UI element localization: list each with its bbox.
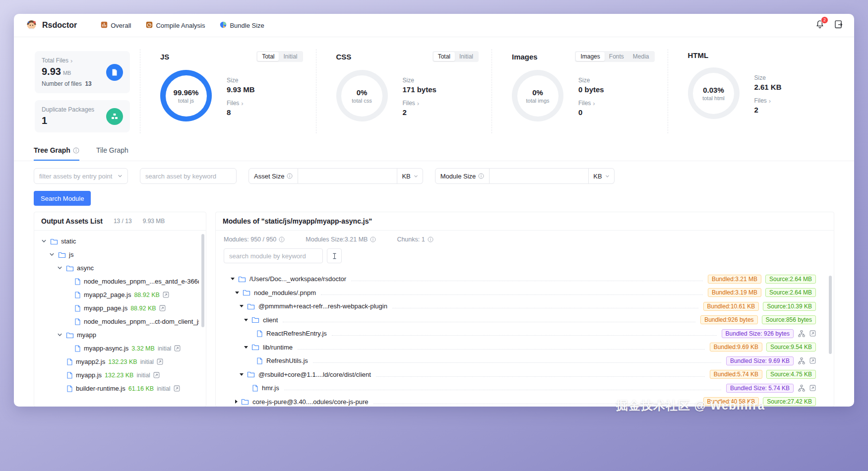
module-name[interactable]: @pmmmwh+react-refr...resh-webpack-plugin (258, 302, 387, 310)
chevron-right-icon[interactable]: › (417, 100, 419, 107)
info-icon[interactable] (279, 236, 285, 242)
asset-name[interactable]: myapp2.js (76, 358, 105, 365)
caret-down-icon[interactable] (244, 319, 248, 321)
open-asset-icon[interactable] (174, 345, 181, 352)
module-name[interactable]: client (263, 316, 278, 324)
caret-down-icon[interactable] (240, 305, 244, 307)
duplicate-packages-card[interactable]: Duplicate Packages 1 (35, 100, 130, 132)
open-asset-icon[interactable] (163, 292, 169, 298)
tab-tile-graph[interactable]: Tile Graph (96, 146, 128, 161)
chevron-right-icon[interactable]: › (593, 100, 595, 107)
caret-right-icon[interactable] (235, 400, 238, 404)
asset-name[interactable]: node_modules_pnpm_...es_antd_e-366d43.js (84, 278, 199, 285)
module-graph-icon[interactable] (798, 357, 805, 364)
asset-file-row[interactable]: myapp.js132.23 KBinitial (39, 368, 199, 382)
module-folder-row[interactable]: lib/runtimeBundled:9.69 KBSource:9.54 KB (231, 341, 816, 354)
asset-folder-row[interactable]: js (39, 248, 199, 261)
module-folder-row[interactable]: @pmmmwh+react-refr...resh-webpack-plugin… (231, 299, 816, 313)
chevron-right-icon[interactable]: › (769, 98, 771, 104)
module-folder-row[interactable]: clientBundled:926 bytesSource:856 bytes (231, 313, 816, 327)
asset-folder-row[interactable]: static (39, 235, 199, 248)
asset-name[interactable]: node_modules_pnpm_...ct-dom_client_js.js (84, 318, 199, 325)
open-asset-icon[interactable] (159, 305, 166, 311)
module-folder-row[interactable]: node_modules/.pnpmBundled:3.19 MBSource:… (231, 286, 816, 300)
tab-total[interactable]: Total (257, 52, 279, 61)
asset-size-input[interactable] (298, 168, 397, 184)
nav-item-overall[interactable]: Overall (101, 21, 131, 30)
caret-down-icon[interactable] (231, 278, 235, 280)
asset-name[interactable]: js (69, 251, 73, 258)
asset-name[interactable]: myapp2_page.js (84, 291, 131, 298)
info-icon[interactable] (370, 236, 376, 242)
module-graph-icon[interactable] (798, 385, 805, 392)
open-module-icon[interactable] (809, 330, 816, 337)
asset-search-input[interactable] (140, 168, 237, 184)
chevron-right-icon[interactable]: › (241, 100, 243, 107)
module-name[interactable]: /Users/Doc..._workspace/rsdoctor (249, 275, 346, 283)
open-module-icon[interactable] (809, 385, 816, 391)
search-module-button[interactable]: Search Module (34, 191, 91, 206)
open-module-icon[interactable] (809, 357, 816, 364)
upload-manifest-icon[interactable] (834, 20, 843, 31)
asset-file-row[interactable]: node_modules_pnpm_...es_antd_e-366d43.js… (39, 275, 199, 288)
total-files-card[interactable]: Total Files› 9.93MB Number of files 13 (35, 51, 130, 93)
module-folder-row[interactable]: /Users/Doc..._workspace/rsdoctorBundled:… (231, 272, 816, 286)
asset-file-row[interactable]: myapp2_page.js88.92 KB (39, 288, 199, 301)
asset-name[interactable]: static (61, 237, 76, 245)
info-icon[interactable] (428, 236, 434, 242)
tab-fonts[interactable]: Fonts (605, 52, 628, 61)
asset-name[interactable]: myapp (77, 331, 96, 339)
assets-scrollbar[interactable] (201, 234, 204, 327)
text-cursor-button[interactable] (327, 248, 342, 263)
asset-name[interactable]: myapp-async.js (84, 345, 128, 352)
module-name[interactable]: lib/runtime (263, 344, 293, 351)
asset-file-row[interactable]: builder-runtime.js61.16 KBinitial (39, 382, 199, 395)
asset-file-row[interactable]: node_modules_pnpm_...ct-dom_client_js.js… (39, 315, 199, 328)
module-name[interactable]: hmr.js (262, 384, 279, 392)
chevron-down-icon[interactable] (57, 265, 63, 271)
module-graph-icon[interactable] (798, 330, 805, 337)
modules-scrollbar[interactable] (829, 276, 832, 354)
module-size-input[interactable] (490, 168, 589, 184)
asset-file-row[interactable]: myapp2.js132.23 KBinitial (39, 355, 199, 368)
module-name[interactable]: @rsbuild+core@1.1....ld/core/dist/client (258, 371, 371, 378)
module-file-row[interactable]: hmr.jsBundled Size: 5.74 KB (231, 381, 816, 395)
asset-file-row[interactable]: myapp_page.js88.92 KB (39, 301, 199, 315)
tab-tree-graph[interactable]: Tree Graph (34, 146, 79, 161)
module-name[interactable]: ReactRefreshEntry.js (266, 330, 327, 337)
open-asset-icon[interactable] (174, 385, 180, 392)
chevron-down-icon[interactable] (57, 332, 63, 338)
tab-images[interactable]: Images (576, 52, 604, 61)
module-folder-row[interactable]: @rsbuild+core@1.1....ld/core/dist/client… (231, 368, 816, 382)
nav-item-compile-analysis[interactable]: Compile Analysis (146, 21, 205, 30)
module-name[interactable]: node_modules/.pnpm (254, 289, 316, 296)
chevron-down-icon[interactable] (41, 238, 47, 244)
module-file-row[interactable]: RefreshUtils.jsBundled Size: 9.69 KB (231, 354, 816, 368)
chevron-down-icon[interactable] (49, 252, 55, 257)
entry-point-select[interactable]: filter assets by entry point (34, 168, 128, 184)
open-asset-icon[interactable] (157, 358, 163, 365)
tab-total[interactable]: Total (434, 52, 455, 61)
caret-down-icon[interactable] (244, 346, 248, 349)
tab-media[interactable]: Media (628, 52, 654, 61)
caret-down-icon[interactable] (240, 373, 244, 376)
asset-name[interactable]: builder-runtime.js (76, 385, 125, 392)
module-size-unit-select[interactable]: KB (589, 168, 614, 184)
notifications-bell-icon[interactable]: 2 (815, 20, 824, 31)
tab-initial[interactable]: Initial (279, 52, 302, 61)
asset-file-row[interactable]: myapp-async.js3.32 MBinitial (39, 342, 199, 355)
asset-size-unit-select[interactable]: KB (397, 168, 423, 184)
tab-initial[interactable]: Initial (455, 52, 478, 61)
module-name[interactable]: core-js-pure@3.40....odules/core-js-pure (252, 398, 369, 406)
asset-folder-row[interactable]: myapp (39, 328, 199, 342)
module-name[interactable]: RefreshUtils.js (266, 357, 308, 364)
asset-name[interactable]: async (77, 264, 94, 272)
nav-item-bundle-size[interactable]: Bundle Size (220, 21, 264, 30)
open-asset-icon[interactable] (153, 372, 160, 378)
module-search-input[interactable] (224, 248, 323, 263)
asset-name[interactable]: myapp.js (76, 371, 102, 379)
module-file-row[interactable]: ReactRefreshEntry.jsBundled Size: 926 by… (231, 327, 816, 341)
asset-folder-row[interactable]: async (39, 261, 199, 275)
caret-down-icon[interactable] (235, 292, 239, 294)
asset-name[interactable]: myapp_page.js (84, 304, 127, 312)
